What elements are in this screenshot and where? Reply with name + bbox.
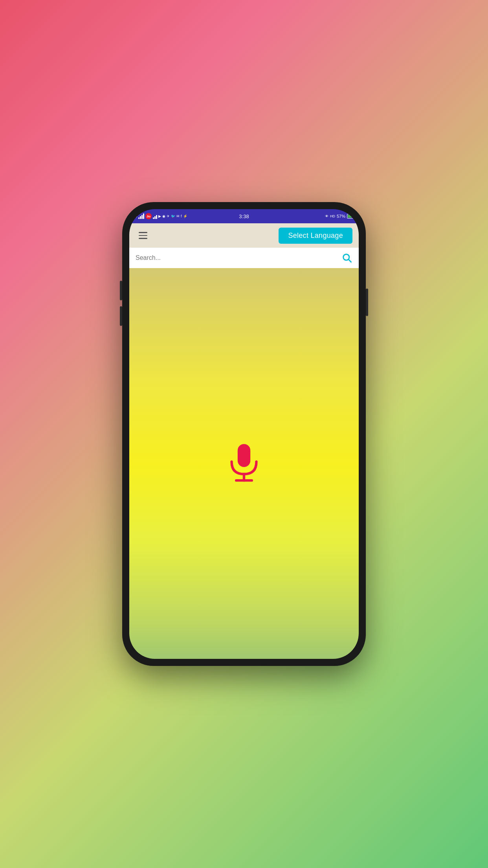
usb-icon: ⚡ [183,214,187,218]
phone-screen: 4G Jio ▶ [129,209,359,659]
facebook-icon: f [181,214,182,218]
app-bar: Select Language [129,223,359,248]
hamburger-line-3 [139,238,147,239]
phone-frame: 4G Jio ▶ [122,202,366,666]
search-input[interactable] [136,254,341,261]
youtube-icon: ▶ [158,214,161,218]
search-button[interactable] [341,252,352,263]
battery-icon [347,214,356,219]
volume-down-button[interactable] [120,306,122,326]
status-right-icons: 👁 HD 57% [325,214,356,219]
hamburger-line-1 [139,232,147,233]
microphone-icon [226,442,262,485]
signal-strength-2-icon [153,213,157,219]
power-button[interactable] [366,289,368,316]
svg-line-1 [349,259,351,262]
wifi-icon: ✈ [167,214,170,218]
microphone-button[interactable] [226,442,262,485]
hd-icon: HD [330,214,335,218]
status-left-icons: 4G Jio ▶ [132,213,187,219]
status-bar: 4G Jio ▶ [129,209,359,223]
hamburger-line-2 [139,235,147,236]
search-bar [129,248,359,268]
signal-strength-icon [138,213,144,219]
twitter-icon: 🐦 [171,214,175,218]
jio-icon: Jio [145,213,152,219]
circle-icon: ◉ [162,214,165,218]
mail-icon: ✉ [176,214,180,218]
hamburger-menu-button[interactable] [136,229,150,242]
eye-icon: 👁 [325,214,328,218]
main-content [129,268,359,659]
status-time: 3:38 [239,213,249,219]
battery-percent: 57% [337,214,345,219]
network-type-icon: 4G [132,214,137,218]
svg-rect-2 [238,444,250,467]
battery-fill [348,215,352,218]
search-icon [341,252,352,263]
volume-up-button[interactable] [120,281,122,300]
app-title[interactable]: Select Language [279,228,352,244]
